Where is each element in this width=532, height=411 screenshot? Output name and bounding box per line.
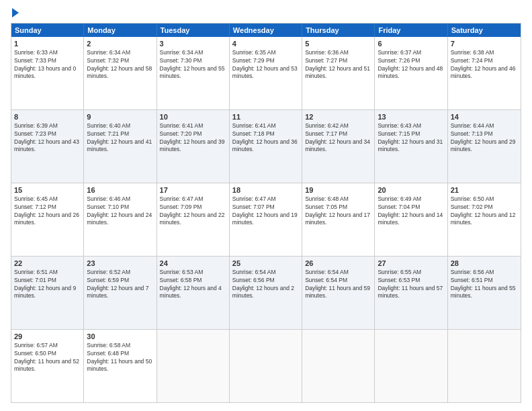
cell-text: Sunrise: 6:53 AM Sunset: 6:58 PM Dayligh… [160, 269, 222, 299]
empty-cell [375, 330, 447, 402]
day-cell-7: 7Sunrise: 6:38 AM Sunset: 7:24 PM Daylig… [448, 37, 521, 109]
cell-text: Sunrise: 6:43 AM Sunset: 7:15 PM Dayligh… [378, 122, 443, 152]
day-number: 16 [87, 185, 153, 195]
day-cell-17: 17Sunrise: 6:47 AM Sunset: 7:09 PM Dayli… [157, 183, 230, 256]
cell-text: Sunrise: 6:54 AM Sunset: 6:54 PM Dayligh… [305, 269, 370, 299]
day-number: 1 [14, 39, 81, 48]
cell-text: Sunrise: 6:58 AM Sunset: 6:48 PM Dayligh… [87, 342, 152, 372]
cell-text: Sunrise: 6:50 AM Sunset: 7:02 PM Dayligh… [451, 195, 516, 226]
logo [11, 8, 19, 17]
day-cell-1: 1Sunrise: 6:33 AM Sunset: 7:33 PM Daylig… [11, 37, 84, 109]
cell-text: Sunrise: 6:34 AM Sunset: 7:30 PM Dayligh… [160, 49, 225, 79]
day-number: 13 [378, 112, 444, 122]
cell-text: Sunrise: 6:47 AM Sunset: 7:07 PM Dayligh… [232, 195, 298, 226]
header-day-monday: Monday [84, 24, 157, 37]
cell-text: Sunrise: 6:52 AM Sunset: 6:59 PM Dayligh… [87, 269, 148, 299]
empty-cell [157, 330, 230, 402]
day-cell-18: 18Sunrise: 6:47 AM Sunset: 7:07 PM Dayli… [230, 183, 302, 256]
day-number: 5 [305, 39, 371, 48]
day-cell-11: 11Sunrise: 6:41 AM Sunset: 7:18 PM Dayli… [230, 110, 302, 183]
header-day-saturday: Saturday [448, 24, 521, 37]
day-number: 23 [87, 259, 153, 268]
cell-text: Sunrise: 6:36 AM Sunset: 7:27 PM Dayligh… [305, 49, 370, 79]
cell-text: Sunrise: 6:42 AM Sunset: 7:17 PM Dayligh… [305, 122, 370, 152]
cell-text: Sunrise: 6:54 AM Sunset: 6:56 PM Dayligh… [232, 269, 294, 299]
day-cell-14: 14Sunrise: 6:44 AM Sunset: 7:13 PM Dayli… [448, 110, 521, 183]
calendar-header: SundayMondayTuesdayWednesdayThursdayFrid… [11, 24, 521, 37]
cell-text: Sunrise: 6:41 AM Sunset: 7:20 PM Dayligh… [160, 122, 225, 152]
empty-cell [302, 330, 375, 402]
day-number: 27 [378, 259, 444, 268]
calendar-row-1: 8Sunrise: 6:39 AM Sunset: 7:23 PM Daylig… [11, 109, 521, 183]
cell-text: Sunrise: 6:45 AM Sunset: 7:12 PM Dayligh… [14, 195, 79, 226]
day-number: 6 [378, 39, 444, 48]
header [11, 8, 521, 17]
empty-cell [230, 330, 302, 402]
day-number: 17 [160, 185, 226, 195]
calendar-body: 1Sunrise: 6:33 AM Sunset: 7:33 PM Daylig… [11, 37, 521, 402]
day-cell-4: 4Sunrise: 6:35 AM Sunset: 7:29 PM Daylig… [230, 37, 302, 109]
day-cell-27: 27Sunrise: 6:55 AM Sunset: 6:53 PM Dayli… [375, 257, 447, 329]
day-cell-28: 28Sunrise: 6:56 AM Sunset: 6:51 PM Dayli… [448, 257, 521, 329]
day-cell-3: 3Sunrise: 6:34 AM Sunset: 7:30 PM Daylig… [157, 37, 230, 109]
cell-text: Sunrise: 6:41 AM Sunset: 7:18 PM Dayligh… [232, 122, 298, 152]
day-cell-26: 26Sunrise: 6:54 AM Sunset: 6:54 PM Dayli… [302, 257, 375, 329]
cell-text: Sunrise: 6:37 AM Sunset: 7:26 PM Dayligh… [378, 49, 443, 79]
day-number: 4 [232, 39, 299, 48]
day-number: 21 [451, 185, 518, 195]
day-cell-10: 10Sunrise: 6:41 AM Sunset: 7:20 PM Dayli… [157, 110, 230, 183]
cell-text: Sunrise: 6:57 AM Sunset: 6:50 PM Dayligh… [14, 342, 79, 372]
day-number: 2 [87, 39, 153, 48]
day-cell-5: 5Sunrise: 6:36 AM Sunset: 7:27 PM Daylig… [302, 37, 375, 109]
day-number: 22 [14, 259, 81, 268]
calendar-row-3: 22Sunrise: 6:51 AM Sunset: 7:01 PM Dayli… [11, 256, 521, 329]
day-cell-16: 16Sunrise: 6:46 AM Sunset: 7:10 PM Dayli… [84, 183, 157, 256]
cell-text: Sunrise: 6:39 AM Sunset: 7:23 PM Dayligh… [14, 122, 79, 152]
calendar-row-2: 15Sunrise: 6:45 AM Sunset: 7:12 PM Dayli… [11, 183, 521, 256]
day-cell-22: 22Sunrise: 6:51 AM Sunset: 7:01 PM Dayli… [11, 257, 84, 329]
logo-arrow-icon [12, 8, 19, 17]
day-number: 9 [87, 112, 153, 122]
header-day-wednesday: Wednesday [230, 24, 302, 37]
day-number: 28 [451, 259, 518, 268]
header-day-sunday: Sunday [11, 24, 84, 37]
day-cell-23: 23Sunrise: 6:52 AM Sunset: 6:59 PM Dayli… [84, 257, 157, 329]
cell-text: Sunrise: 6:35 AM Sunset: 7:29 PM Dayligh… [232, 49, 298, 79]
day-number: 8 [14, 112, 81, 122]
day-cell-6: 6Sunrise: 6:37 AM Sunset: 7:26 PM Daylig… [375, 37, 447, 109]
day-number: 18 [232, 185, 299, 195]
day-cell-2: 2Sunrise: 6:34 AM Sunset: 7:32 PM Daylig… [84, 37, 157, 109]
header-day-friday: Friday [375, 24, 447, 37]
cell-text: Sunrise: 6:46 AM Sunset: 7:10 PM Dayligh… [87, 195, 152, 226]
day-number: 26 [305, 259, 371, 268]
day-cell-21: 21Sunrise: 6:50 AM Sunset: 7:02 PM Dayli… [448, 183, 521, 256]
calendar-row-0: 1Sunrise: 6:33 AM Sunset: 7:33 PM Daylig… [11, 37, 521, 109]
day-number: 25 [232, 259, 299, 268]
cell-text: Sunrise: 6:40 AM Sunset: 7:21 PM Dayligh… [87, 122, 152, 152]
day-number: 30 [87, 332, 153, 341]
day-cell-24: 24Sunrise: 6:53 AM Sunset: 6:58 PM Dayli… [157, 257, 230, 329]
day-cell-8: 8Sunrise: 6:39 AM Sunset: 7:23 PM Daylig… [11, 110, 84, 183]
day-number: 19 [305, 185, 371, 195]
cell-text: Sunrise: 6:49 AM Sunset: 7:04 PM Dayligh… [378, 195, 443, 226]
day-number: 24 [160, 259, 226, 268]
calendar-row-4: 29Sunrise: 6:57 AM Sunset: 6:50 PM Dayli… [11, 329, 521, 402]
day-cell-19: 19Sunrise: 6:48 AM Sunset: 7:05 PM Dayli… [302, 183, 375, 256]
day-cell-9: 9Sunrise: 6:40 AM Sunset: 7:21 PM Daylig… [84, 110, 157, 183]
day-number: 14 [451, 112, 518, 122]
day-cell-13: 13Sunrise: 6:43 AM Sunset: 7:15 PM Dayli… [375, 110, 447, 183]
empty-cell [448, 330, 521, 402]
cell-text: Sunrise: 6:51 AM Sunset: 7:01 PM Dayligh… [14, 269, 76, 299]
day-cell-20: 20Sunrise: 6:49 AM Sunset: 7:04 PM Dayli… [375, 183, 447, 256]
cell-text: Sunrise: 6:48 AM Sunset: 7:05 PM Dayligh… [305, 195, 370, 226]
day-cell-30: 30Sunrise: 6:58 AM Sunset: 6:48 PM Dayli… [84, 330, 157, 402]
cell-text: Sunrise: 6:33 AM Sunset: 7:33 PM Dayligh… [14, 49, 76, 79]
cell-text: Sunrise: 6:47 AM Sunset: 7:09 PM Dayligh… [160, 195, 225, 226]
day-number: 7 [451, 39, 518, 48]
cell-text: Sunrise: 6:56 AM Sunset: 6:51 PM Dayligh… [451, 269, 516, 299]
header-day-tuesday: Tuesday [157, 24, 230, 37]
day-number: 12 [305, 112, 371, 122]
cell-text: Sunrise: 6:34 AM Sunset: 7:32 PM Dayligh… [87, 49, 152, 79]
cell-text: Sunrise: 6:55 AM Sunset: 6:53 PM Dayligh… [378, 269, 443, 299]
day-number: 15 [14, 185, 81, 195]
